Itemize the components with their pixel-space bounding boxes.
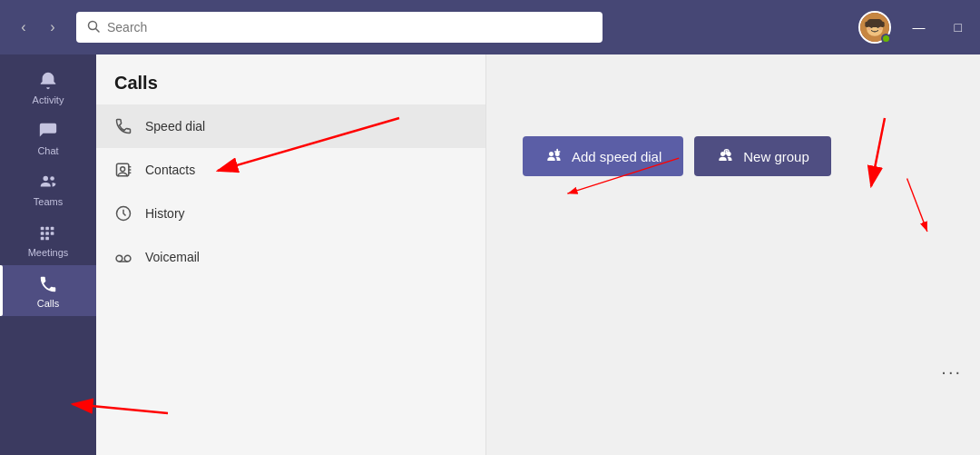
sidebar-item-calls[interactable]: Calls <box>0 265 96 316</box>
minimize-button[interactable]: — <box>906 16 933 38</box>
svg-point-27 <box>116 255 122 262</box>
contacts-label: Contacts <box>145 163 195 177</box>
svg-rect-8 <box>880 22 884 27</box>
svg-point-28 <box>124 255 131 262</box>
content-area: Add speed dial New group ··· <box>486 54 980 455</box>
annotation-arrows <box>486 54 980 455</box>
svg-point-22 <box>121 167 125 172</box>
contacts-icon <box>114 161 132 179</box>
title-bar-right: — □ <box>858 11 969 44</box>
sidebar-item-teams[interactable]: Teams <box>0 163 96 214</box>
back-button[interactable]: ‹ <box>11 15 36 40</box>
svg-rect-20 <box>45 237 49 241</box>
svg-rect-18 <box>51 232 54 235</box>
svg-rect-16 <box>41 232 44 235</box>
add-speed-dial-label: Add speed dial <box>572 149 662 164</box>
svg-line-1 <box>96 28 100 32</box>
sidebar-item-chat[interactable]: Chat <box>0 113 96 163</box>
online-status-badge <box>881 34 891 44</box>
sidebar-label-meetings: Meetings <box>28 247 69 258</box>
sidebar-label-activity: Activity <box>33 94 64 105</box>
new-group-label: New group <box>743 149 809 164</box>
calls-menu-speed-dial[interactable]: Speed dial <box>96 104 485 148</box>
calls-icon <box>38 274 58 294</box>
user-avatar-container[interactable] <box>858 11 891 44</box>
teams-icon <box>38 173 58 193</box>
calls-menu-contacts[interactable]: Contacts <box>96 148 485 192</box>
title-bar: ‹ › <box>0 0 980 54</box>
speed-dial-label: Speed dial <box>145 119 205 134</box>
chat-icon <box>38 122 58 142</box>
svg-point-10 <box>878 27 882 30</box>
sidebar-item-activity[interactable]: Activity <box>0 62 96 113</box>
content-buttons: Add speed dial New group <box>523 136 944 176</box>
phone-icon <box>114 117 132 135</box>
sidebar: Activity Chat Teams <box>0 54 96 455</box>
clock-icon <box>114 204 132 223</box>
add-speed-dial-icon <box>544 147 563 165</box>
bell-icon <box>38 71 58 91</box>
meetings-icon <box>38 223 58 243</box>
calls-title: Calls <box>96 54 485 104</box>
voicemail-icon <box>114 248 132 266</box>
sidebar-label-calls: Calls <box>37 298 59 309</box>
voicemail-label: Voicemail <box>145 250 200 264</box>
svg-rect-13 <box>41 227 44 231</box>
sidebar-label-chat: Chat <box>37 145 58 156</box>
add-speed-dial-button[interactable]: Add speed dial <box>523 136 683 176</box>
search-icon <box>87 20 100 35</box>
calls-menu-history[interactable]: History <box>96 192 485 235</box>
svg-rect-7 <box>865 22 868 27</box>
active-indicator <box>0 265 3 316</box>
svg-rect-17 <box>45 232 49 235</box>
svg-line-43 <box>907 178 927 232</box>
svg-point-11 <box>44 176 49 182</box>
main-content: Activity Chat Teams <box>0 54 980 455</box>
sidebar-item-meetings[interactable]: Meetings <box>0 214 96 265</box>
calls-menu-voicemail[interactable]: Voicemail <box>96 235 485 279</box>
svg-point-30 <box>549 152 554 156</box>
search-input[interactable] <box>107 20 592 35</box>
history-label: History <box>145 206 185 221</box>
forward-button[interactable]: › <box>40 15 65 40</box>
maximize-button[interactable]: □ <box>947 16 969 38</box>
new-group-button[interactable]: New group <box>694 136 831 176</box>
nav-buttons: ‹ › <box>11 15 65 40</box>
svg-rect-19 <box>41 237 44 241</box>
sidebar-label-teams: Teams <box>34 196 63 207</box>
calls-panel: Calls Speed dial Contacts Histo <box>96 54 486 455</box>
svg-point-9 <box>867 27 871 30</box>
svg-rect-14 <box>45 227 49 231</box>
more-options-button[interactable]: ··· <box>941 361 962 382</box>
new-group-icon <box>716 147 734 165</box>
search-bar <box>76 12 603 43</box>
svg-point-12 <box>50 176 54 181</box>
svg-rect-15 <box>51 227 54 231</box>
